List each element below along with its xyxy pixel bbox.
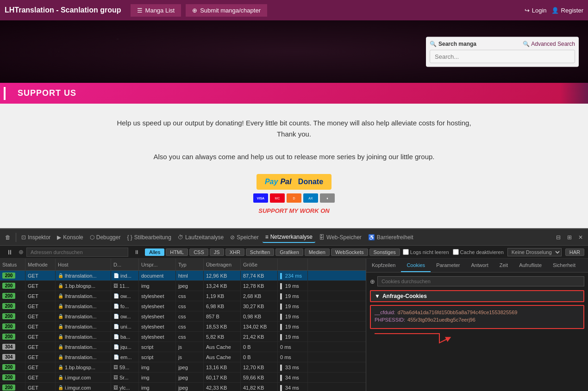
red-arrow-svg [370,331,463,345]
search-manga-tab[interactable]: 🔍 Search manga [430,40,476,47]
header-groesse[interactable]: Größe [241,259,278,270]
table-row[interactable]: 304 GET 🔒lhtranslation... 📄jqu... script… [0,342,366,352]
debugger-button[interactable]: ⬡ Debugger [87,232,124,242]
barrierefreiheit-button[interactable]: ♿ Barrierefreiheit [365,232,416,242]
table-row[interactable]: 200 GET 🔒lhtranslation... 📄fo... stylesh… [0,301,366,311]
panel-tab-aufrufliste[interactable]: Aufrufliste [513,259,547,272]
table-row[interactable]: 200 GET 🔒lhtranslation... 📄ow... stylesh… [0,291,366,301]
filter-sonstiges[interactable]: Sonstiges [369,248,400,256]
webspeicher-button[interactable]: 🗄 Web-Speicher [316,232,364,242]
header-status[interactable]: Status [0,259,25,270]
filter-schriften[interactable]: Schriften [246,248,274,256]
cell-file: 📄ow... [111,311,139,321]
memory-icon: ⊘ [230,234,235,241]
header-typ[interactable]: Typ [176,259,204,270]
cell-file: 📄ba... [111,332,139,341]
cell-size: 0 B [241,342,278,352]
header-urspr[interactable]: Urspr... [139,259,176,270]
table-row[interactable]: 200 GET 🔒i.imgur.com 🖼Sr... img jpeg 60,… [0,372,366,383]
filter-js[interactable]: JS [210,248,224,256]
filter-css[interactable]: CSS [189,248,208,256]
cell-time: 0 ms [278,352,308,362]
table-row[interactable]: 200 GET 🔒1.bp.blogsp... 🖼11... img jpeg … [0,281,366,291]
panel-tab-sicherheit[interactable]: Sicherheit [547,259,581,272]
close-devtools-button[interactable]: ✕ [575,232,586,242]
cookie-val-phpsessid: 455r3tg09o21uedbg5c7eerj96 [407,317,475,323]
cell-host: 🔒1.bp.blogsp... [56,281,111,291]
annotation-area: SUPPORT MY WORK ON [9,207,579,214]
cell-origin: script [139,342,176,352]
filter-xhr[interactable]: XHR [225,248,244,256]
submit-button[interactable]: ⊕ Submit manga/chapter [186,4,267,17]
panel-tab-kopfzeilen[interactable]: Kopfzeilen [366,259,401,272]
cell-transferred: 18,53 KB [204,322,241,331]
donate-button[interactable]: PayPal Donate [256,174,332,190]
filter-grafiken[interactable]: Grafiken [275,248,303,256]
trash-button[interactable]: 🗑 [2,232,13,242]
logs-checkbox[interactable] [403,249,409,255]
pause-recording-button[interactable]: ⏸ [131,247,142,257]
panel-content: ⊕ ▼ Anfrage-Cookies __cfduid: d7ba6d4a1d… [366,273,588,391]
netzwerk-button[interactable]: ≡ Netzwerkanalyse [263,232,315,243]
panel-tab-parameter[interactable]: Parameter [431,259,465,272]
har-button[interactable]: HAR [565,248,584,256]
konsole-button[interactable]: ▶ Konsole [54,232,86,242]
header-d[interactable]: D... [111,259,139,270]
advanced-search-link[interactable]: 🔍 Advanced Search [523,40,575,47]
amex-icon: AX [303,193,318,203]
cell-method: GET [25,271,56,280]
network-table-header: Status Methode Host D... Urspr... Typ Üb… [0,259,366,271]
cell-origin: img [139,383,176,391]
header-time[interactable] [278,259,308,270]
speicher-button[interactable]: ⊘ Speicher [227,232,261,242]
hero-area: 🔍 Search manga 🔍 Advanced Search [0,20,588,83]
pause-button[interactable]: ⏸ [4,247,16,258]
donate-section: PayPal Donate VISA MC D AX ♦ [9,174,579,203]
header-host[interactable]: Host [56,259,111,270]
cell-method: GET [25,281,56,291]
manga-list-button[interactable]: ☰ Manga List [131,4,181,17]
cache-label[interactable]: Cache deaktivieren [453,249,504,255]
cell-status: 200 [0,372,25,382]
cookie-values-box: __cfduid: d7ba6d4a1da716fd150bb5a8a794c4… [370,305,584,329]
cell-status: 304 [0,342,25,352]
cookie-search-input[interactable] [377,276,584,286]
table-row[interactable]: 200 GET 🔒i.imgur.com 🖼ylc... img jpeg 42… [0,383,366,391]
laufzeit-button[interactable]: ⏱ Laufzeitanalyse [175,232,226,242]
table-row[interactable]: 200 GET 🔒1.bp.blogsp... 🖼59... img jpeg … [0,362,366,372]
logs-label[interactable]: Logs nicht leeren [403,249,449,255]
panel-tab-antwort[interactable]: Antwort [465,259,494,272]
cell-method: GET [25,372,56,382]
table-row[interactable]: 200 GET 🔒lhtranslation... 📄ind... docume… [0,271,366,281]
header-uebertragen[interactable]: Übertragen [204,259,241,270]
table-row[interactable]: 304 GET 🔒lhtranslation... 📄em... script … [0,352,366,362]
throttle-dropdown[interactable]: Keine Drosselung [507,248,562,256]
dock-side-button[interactable]: ⊞ [564,232,575,242]
panel-tab-zeit[interactable]: Zeit [494,259,513,272]
search-input[interactable] [430,50,575,63]
filter-websockets[interactable]: WebSockets [331,248,368,256]
filter-html[interactable]: HTML [166,248,188,256]
table-row[interactable]: 200 GET 🔒lhtranslation... 📄uni... styles… [0,322,366,332]
table-row[interactable]: 200 GET 🔒lhtranslation... 📄ow... stylesh… [0,311,366,322]
filter-all[interactable]: Alles [145,248,164,256]
performance-icon: ⏱ [178,234,183,241]
inspektor-button[interactable]: ⊡ Inspektor [19,232,53,242]
cell-status: 200 [0,271,25,280]
cell-time: ▌ 33 ms [278,362,308,372]
url-filter-input[interactable] [26,248,128,257]
panel-tab-cookies[interactable]: Cookies [401,259,431,272]
dock-button[interactable]: ⊟ [553,232,563,242]
konsole-icon: ▶ [57,234,61,241]
stilbearbeitung-button[interactable]: { } Stilbearbeitung [124,232,174,242]
register-button[interactable]: 👤 Register [551,7,583,14]
login-button[interactable]: ↪ Login [525,7,547,14]
cache-checkbox[interactable] [453,249,459,255]
header-method[interactable]: Methode [25,259,56,270]
table-row[interactable]: 200 GET 🔒lhtranslation... 📄ba... stylesh… [0,332,366,342]
cell-status: 304 [0,352,25,362]
cell-transferred: 5,82 KB [204,332,241,341]
cell-status: 200 [0,301,25,311]
filter-tabs: Alles HTML CSS JS XHR Schriften Grafiken… [145,248,400,256]
filter-medien[interactable]: Medien [305,248,330,256]
